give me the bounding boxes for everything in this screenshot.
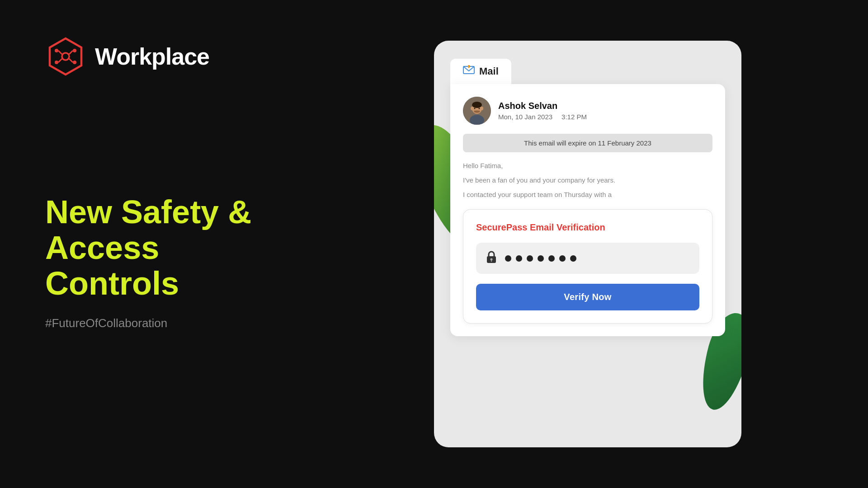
body-line1: Hello Fatima, bbox=[463, 160, 712, 171]
svg-point-15 bbox=[481, 107, 483, 110]
email-card: Ashok Selvan Mon, 10 Jan 2023 3:12 PM Th… bbox=[450, 84, 725, 336]
email-body: Hello Fatima, I've been a fan of you and… bbox=[463, 160, 712, 200]
hashtag: #FutureOfCollaboration bbox=[45, 316, 280, 330]
right-panel: Mail bbox=[316, 0, 868, 488]
svg-point-3 bbox=[73, 49, 76, 52]
svg-line-8 bbox=[69, 59, 73, 62]
mail-tab[interactable]: Mail bbox=[450, 59, 511, 84]
logo-area: Workplace bbox=[45, 36, 280, 77]
otp-dot-6 bbox=[559, 255, 566, 262]
otp-dot-7 bbox=[570, 255, 576, 262]
sender-row: Ashok Selvan Mon, 10 Jan 2023 3:12 PM bbox=[463, 97, 712, 125]
svg-point-16 bbox=[474, 108, 476, 109]
svg-point-2 bbox=[55, 49, 58, 52]
body-line2: I've been a fan of you and your company … bbox=[463, 175, 712, 186]
workplace-logo-icon bbox=[45, 36, 86, 77]
svg-marker-0 bbox=[50, 38, 81, 75]
otp-input-row[interactable] bbox=[476, 243, 699, 274]
sender-info: Ashok Selvan Mon, 10 Jan 2023 3:12 PM bbox=[498, 101, 587, 121]
svg-point-18 bbox=[474, 110, 480, 113]
otp-dots bbox=[505, 255, 576, 262]
otp-dot-5 bbox=[548, 255, 555, 262]
otp-dot-4 bbox=[538, 255, 544, 262]
secure-pass-box: SecurePass Email Verification bbox=[463, 209, 712, 324]
otp-dot-1 bbox=[505, 255, 511, 262]
svg-line-9 bbox=[58, 59, 62, 62]
sender-time: 3:12 PM bbox=[561, 113, 587, 121]
left-panel: Workplace New Safety & Access Controls #… bbox=[0, 0, 316, 488]
body-line3: I contacted your support team on Thursda… bbox=[463, 189, 712, 200]
mail-icon bbox=[463, 65, 475, 78]
svg-line-6 bbox=[58, 51, 62, 54]
secure-pass-title: SecurePass Email Verification bbox=[476, 222, 699, 233]
svg-point-17 bbox=[479, 108, 480, 109]
svg-point-12 bbox=[472, 102, 482, 108]
otp-dot-3 bbox=[527, 255, 533, 262]
svg-line-7 bbox=[69, 51, 73, 54]
card-container: Mail bbox=[434, 41, 741, 447]
sender-name: Ashok Selvan bbox=[498, 101, 587, 111]
verify-now-button[interactable]: Verify Now bbox=[476, 284, 699, 310]
otp-dot-2 bbox=[516, 255, 522, 262]
svg-point-4 bbox=[73, 61, 76, 64]
svg-point-14 bbox=[471, 107, 473, 110]
svg-point-1 bbox=[62, 53, 69, 60]
logo-text: Workplace bbox=[95, 43, 209, 70]
svg-point-5 bbox=[55, 61, 58, 64]
expire-banner: This email will expire on 11 February 20… bbox=[463, 134, 712, 152]
headline: New Safety & Access Controls bbox=[45, 194, 280, 302]
sender-meta: Mon, 10 Jan 2023 3:12 PM bbox=[498, 113, 587, 121]
svg-point-20 bbox=[491, 258, 493, 261]
mail-tab-label: Mail bbox=[479, 66, 499, 77]
lock-icon bbox=[485, 250, 498, 267]
avatar bbox=[463, 97, 491, 125]
sender-date: Mon, 10 Jan 2023 bbox=[498, 113, 552, 121]
